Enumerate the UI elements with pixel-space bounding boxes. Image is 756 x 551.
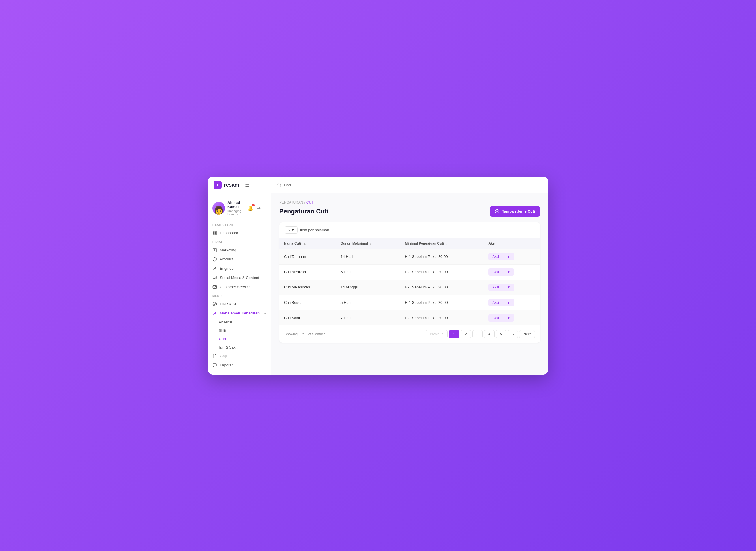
- avatar: [212, 202, 225, 214]
- next-button[interactable]: Next: [519, 330, 535, 338]
- table-body: Cuti Tahunan 14 Hari H-1 Sebelum Pukul 2…: [279, 249, 540, 326]
- sidebar-item-okr[interactable]: OKR & KPI: [208, 300, 271, 309]
- sidebar-item-social-media[interactable]: Social Media & Content: [208, 273, 271, 283]
- hamburger-icon[interactable]: ☰: [245, 182, 250, 188]
- sidebar-sub-shift[interactable]: Shift: [208, 326, 271, 335]
- th-durasi[interactable]: Durasi Maksimal ↕: [336, 238, 400, 249]
- dropdown-arrow-icon: ▼: [507, 301, 510, 305]
- table-row: Cuti Melahirkan 14 Minggu H-1 Sebelum Pu…: [279, 280, 540, 295]
- sidebar-item-gaji[interactable]: Gaji: [208, 352, 271, 361]
- table-card: 5 ▼ item per halaman Nama Cuti ▲: [279, 222, 540, 343]
- cell-minimal-3: H-1 Sebelum Pukul 20:00: [400, 295, 484, 310]
- sidebar-item-laporan[interactable]: Laporan: [208, 361, 271, 370]
- dashboard-icon: [212, 231, 217, 235]
- svg-rect-3: [215, 231, 216, 233]
- sidebar-item-label-okr: OKR & KPI: [220, 302, 239, 306]
- cell-nama-0: Cuti Tahunan: [279, 249, 336, 264]
- dropdown-arrow-icon: ▼: [507, 316, 510, 320]
- cell-minimal-2: H-1 Sebelum Pukul 20:00: [400, 280, 484, 295]
- page-5-button[interactable]: 5: [496, 330, 506, 338]
- svg-rect-4: [215, 233, 216, 235]
- aksi-button-4[interactable]: Aksi ▼: [488, 314, 514, 322]
- section-label-dashboard: DASHBOARD: [208, 220, 271, 228]
- cell-durasi-3: 5 Hari: [336, 295, 400, 310]
- cell-aksi-1: Aksi ▼: [484, 264, 540, 280]
- page-title: Pengaturan Cuti: [279, 208, 328, 215]
- page-6-button[interactable]: 6: [508, 330, 518, 338]
- svg-point-7: [214, 267, 215, 268]
- user-actions: 🔔 ➔ ⌄: [247, 205, 266, 211]
- cell-aksi-2: Aksi ▼: [484, 280, 540, 295]
- chevron-down-icon[interactable]: ⌄: [263, 206, 266, 210]
- sidebar-item-product[interactable]: Product: [208, 255, 271, 264]
- sidebar-sub-label-shift: Shift: [219, 328, 226, 333]
- sidebar-sub-absensi[interactable]: Absensi: [208, 318, 271, 326]
- sidebar-item-label-engineer: Engineer: [220, 266, 235, 270]
- svg-rect-5: [213, 233, 214, 235]
- dropdown-arrow-icon: ▼: [507, 285, 510, 290]
- cell-durasi-4: 7 Hari: [336, 310, 400, 326]
- user-info: Ahmad Kamel Managing Director: [227, 200, 245, 216]
- sidebar-item-marketing[interactable]: Marketing: [208, 245, 271, 255]
- cell-minimal-0: H-1 Sebelum Pukul 20:00: [400, 249, 484, 264]
- add-button-label: Tambah Jenis Cuti: [502, 209, 535, 213]
- data-table: Nama Cuti ▲ Durasi Maksimal ↕ Minimal Pe…: [279, 238, 540, 326]
- manajemen-icon: [212, 311, 217, 316]
- th-nama-cuti[interactable]: Nama Cuti ▲: [279, 238, 336, 249]
- logo-area: r resam ☰: [214, 181, 277, 189]
- cell-minimal-4: H-1 Sebelum Pukul 20:00: [400, 310, 484, 326]
- aksi-button-2[interactable]: Aksi ▼: [488, 284, 514, 291]
- search-input[interactable]: [284, 183, 356, 187]
- sidebar-item-dashboard[interactable]: Dashboard: [208, 228, 271, 238]
- page-3-button[interactable]: 3: [472, 330, 483, 338]
- table-row: Cuti Sakit 7 Hari H-1 Sebelum Pukul 20:0…: [279, 310, 540, 326]
- breadcrumb-separator: /: [304, 200, 305, 204]
- sort-icon-durasi: ↕: [370, 242, 371, 245]
- plus-circle-icon: [495, 209, 499, 214]
- svg-point-0: [278, 183, 281, 186]
- search-bar: [277, 182, 392, 187]
- customer-icon: [212, 285, 217, 290]
- sidebar-item-engineer[interactable]: Engineer: [208, 264, 271, 273]
- aksi-button-1[interactable]: Aksi ▼: [488, 268, 514, 276]
- page-1-button[interactable]: 1: [449, 330, 459, 338]
- th-minimal[interactable]: Minimal Pengajuan Cuti ↕: [400, 238, 484, 249]
- pagination-buttons: Previous 1 2 3 4 5 6 Next: [426, 330, 535, 338]
- per-page-select[interactable]: 5 ▼: [285, 226, 298, 233]
- cell-durasi-0: 14 Hari: [336, 249, 400, 264]
- th-aksi: Aksi: [484, 238, 540, 249]
- svg-point-12: [214, 312, 215, 313]
- svg-line-1: [280, 186, 281, 186]
- pagination-row: Showing 1 to 5 of 5 entries Previous 1 2…: [279, 326, 540, 343]
- cell-nama-4: Cuti Sakit: [279, 310, 336, 326]
- sidebar-sub-cuti[interactable]: Cuti: [208, 335, 271, 343]
- dropdown-arrow-icon: ▼: [507, 255, 510, 259]
- add-jenis-cuti-button[interactable]: Tambah Jenis Cuti: [490, 206, 540, 216]
- sidebar-item-manajemen[interactable]: Manajemen Kehadiran ⌄: [208, 309, 271, 318]
- chevron-down-icon: ⌄: [264, 311, 266, 315]
- breadcrumb-current: CUTI: [306, 200, 315, 204]
- dropdown-arrow-icon: ▼: [291, 228, 295, 232]
- cell-nama-2: Cuti Melahirkan: [279, 280, 336, 295]
- page-4-button[interactable]: 4: [484, 330, 495, 338]
- aksi-button-0[interactable]: Aksi ▼: [488, 253, 514, 260]
- cell-nama-1: Cuti Menikah: [279, 264, 336, 280]
- notification-icon[interactable]: 🔔: [247, 205, 254, 211]
- cell-aksi-3: Aksi ▼: [484, 295, 540, 310]
- table-controls: 5 ▼ item per halaman: [279, 222, 540, 238]
- svg-rect-2: [213, 231, 214, 233]
- sidebar-item-label-laporan: Laporan: [220, 363, 234, 367]
- table-row: Cuti Tahunan 14 Hari H-1 Sebelum Pukul 2…: [279, 249, 540, 264]
- engineer-icon: [212, 266, 217, 271]
- gaji-icon: [212, 354, 217, 358]
- cell-aksi-0: Aksi ▼: [484, 249, 540, 264]
- aksi-button-3[interactable]: Aksi ▼: [488, 299, 514, 307]
- sidebar-sub-label-izin: Izin & Sakit: [219, 345, 237, 350]
- sidebar-sub-izin[interactable]: Izin & Sakit: [208, 343, 271, 352]
- previous-button[interactable]: Previous: [426, 330, 448, 338]
- product-icon: [212, 257, 217, 261]
- sidebar-sub-label-cuti: Cuti: [219, 337, 226, 341]
- logout-icon[interactable]: ➔: [256, 205, 261, 211]
- sidebar-item-customer-service[interactable]: Customer Service: [208, 283, 271, 292]
- page-2-button[interactable]: 2: [461, 330, 471, 338]
